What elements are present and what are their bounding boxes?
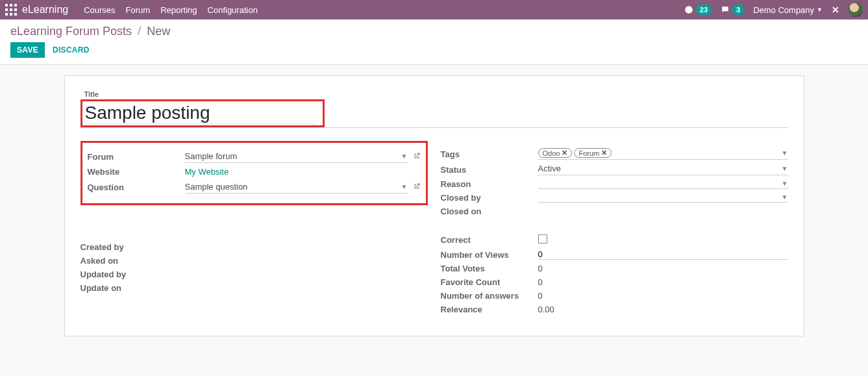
correct-label: Correct: [441, 232, 538, 247]
question-external-link-icon[interactable]: [413, 182, 421, 192]
nav-right: 23 3 Demo Company ▼ ✕: [684, 3, 863, 17]
nav-configuration[interactable]: Configuration: [208, 5, 258, 15]
question-label: Question: [88, 179, 185, 195]
closed-by-caret-icon[interactable]: ▼: [782, 194, 788, 201]
question-caret-icon[interactable]: ▼: [401, 183, 408, 190]
update-on-label: Update on: [81, 281, 178, 295]
nav-reporting[interactable]: Reporting: [160, 5, 197, 15]
fav-value: 0: [538, 277, 543, 287]
apps-icon[interactable]: [5, 4, 17, 16]
forum-label: Forum: [88, 148, 185, 165]
svg-rect-4: [10, 8, 12, 11]
nav-menu: Courses Forum Reporting Configuration: [84, 5, 258, 15]
votes-value: 0: [538, 264, 543, 273]
status-caret-icon[interactable]: ▼: [782, 165, 788, 172]
tag-forum[interactable]: Forum✕: [574, 148, 612, 158]
app-brand[interactable]: eLearning: [22, 4, 68, 16]
asked-on-label: Asked on: [81, 254, 178, 268]
close-icon[interactable]: ✕: [832, 5, 839, 15]
relevance-label: Relevance: [441, 303, 538, 316]
action-row: SAVE DISCARD: [10, 42, 858, 58]
tags-field[interactable]: Odoo✕ Forum✕ ▼: [538, 148, 788, 160]
nav-forum[interactable]: Forum: [126, 5, 151, 15]
company-switcher[interactable]: Demo Company ▼: [753, 5, 823, 15]
reason-field[interactable]: ▼: [538, 180, 788, 189]
svg-rect-7: [10, 13, 12, 16]
messages-button[interactable]: 3: [721, 5, 744, 15]
views-label: Number of Views: [441, 247, 538, 262]
chat-icon: [721, 5, 730, 14]
reason-label: Reason: [441, 177, 538, 191]
closed-by-field[interactable]: ▼: [538, 194, 788, 203]
relevance-value: 0.00: [538, 305, 554, 314]
right-column: Tags Odoo✕ Forum✕ ▼ Status: [441, 140, 788, 316]
breadcrumb-root[interactable]: eLearning Forum Posts: [10, 25, 132, 38]
control-panel: eLearning Forum Posts / New SAVE DISCARD: [0, 19, 868, 65]
activities-button[interactable]: 23: [684, 5, 712, 15]
reason-caret-icon[interactable]: ▼: [782, 180, 788, 187]
svg-rect-1: [10, 4, 12, 6]
form-columns: Forum ▼: [81, 140, 788, 316]
form-sheet: Title Forum: [64, 75, 804, 336]
discard-button[interactable]: DISCARD: [53, 45, 90, 55]
fav-label: Favorite Count: [441, 275, 538, 289]
title-highlight-box: [81, 99, 325, 127]
tag-odoo[interactable]: Odoo✕: [538, 148, 573, 158]
tags-label: Tags: [441, 146, 538, 162]
sheet-wrapper: Title Forum: [0, 65, 868, 362]
tags-caret-icon[interactable]: ▼: [782, 149, 788, 157]
status-label: Status: [441, 162, 538, 177]
question-field[interactable]: ▼: [185, 181, 408, 194]
status-field[interactable]: Active ▼: [538, 164, 788, 175]
correct-checkbox[interactable]: [538, 234, 547, 244]
tag-remove-icon[interactable]: ✕: [562, 149, 567, 157]
save-button[interactable]: SAVE: [10, 42, 45, 58]
nav-courses[interactable]: Courses: [84, 5, 115, 15]
svg-rect-6: [5, 13, 8, 16]
answers-value: 0: [538, 291, 543, 301]
left-column: Forum ▼: [81, 140, 428, 316]
website-value[interactable]: My Website: [185, 167, 229, 177]
company-name: Demo Company: [753, 5, 814, 15]
user-avatar[interactable]: [849, 3, 863, 17]
votes-label: Total Votes: [441, 262, 538, 275]
closed-on-label: Closed on: [441, 205, 538, 218]
title-input[interactable]: [85, 103, 317, 124]
caret-down-icon: ▼: [817, 6, 823, 13]
updated-by-label: Updated by: [81, 268, 178, 281]
left-highlight-box: Forum ▼: [81, 141, 428, 205]
question-input[interactable]: [185, 181, 399, 193]
svg-rect-3: [5, 8, 8, 11]
website-label: Website: [88, 165, 185, 179]
breadcrumb-current: New: [147, 25, 170, 38]
status-value: Active: [538, 164, 782, 173]
forum-input[interactable]: [185, 150, 399, 162]
breadcrumb: eLearning Forum Posts / New: [10, 25, 858, 38]
created-by-label: Created by: [81, 240, 178, 254]
closed-by-label: Closed by: [441, 191, 538, 205]
title-group: Title: [81, 90, 788, 128]
svg-rect-8: [14, 13, 17, 16]
svg-rect-0: [5, 4, 8, 6]
messages-count: 3: [732, 5, 744, 15]
breadcrumb-separator: /: [138, 25, 141, 38]
tag-remove-icon[interactable]: ✕: [601, 149, 607, 157]
forum-external-link-icon[interactable]: [413, 152, 421, 162]
top-navbar: eLearning Courses Forum Reporting Config…: [0, 0, 868, 19]
activities-count: 23: [696, 5, 712, 15]
svg-rect-2: [14, 4, 17, 6]
forum-field[interactable]: ▼: [185, 150, 408, 163]
forum-caret-icon[interactable]: ▼: [401, 153, 408, 160]
views-input[interactable]: [538, 249, 788, 260]
clock-icon: [684, 5, 693, 14]
title-label: Title: [84, 90, 788, 98]
answers-label: Number of answers: [441, 289, 538, 303]
svg-rect-5: [14, 8, 17, 11]
